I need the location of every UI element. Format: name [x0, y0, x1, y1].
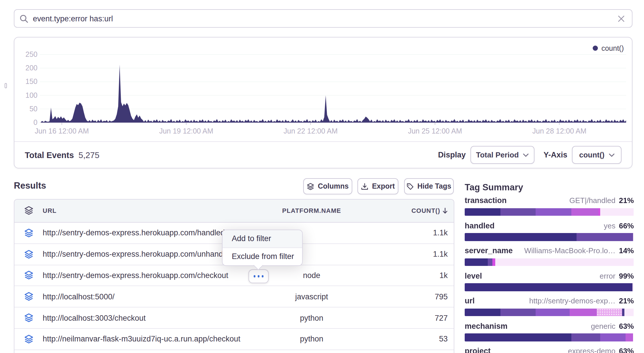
tag-bar-segment[interactable] [626, 333, 633, 341]
chart-legend[interactable]: count() [593, 44, 624, 52]
column-header-count[interactable]: COUNT() [411, 207, 448, 214]
cell-actions-menu: Add to filter Exclude from filter [222, 230, 302, 266]
tag-bar-segment[interactable] [495, 258, 634, 266]
url-cell[interactable]: http://neilmanvar-flask-m3uuizd7iq-uc.a.… [43, 335, 240, 343]
tag-percent: 99% [619, 271, 634, 280]
table-row[interactable]: http://localhost:5000/ javascript 795 [14, 286, 453, 308]
tag-bar-segment[interactable] [633, 233, 634, 241]
stack-icon [307, 183, 315, 190]
tag-icon [406, 183, 414, 190]
y-axis-tick-label: 100 [25, 91, 37, 99]
tag-distribution-bar[interactable] [465, 333, 634, 341]
download-icon [361, 183, 368, 190]
export-button[interactable]: Export [357, 178, 398, 194]
sidebar-resize-handle[interactable] [4, 83, 7, 88]
x-axis-tick-label: Jun 19 12:00 AM [159, 127, 213, 135]
tag-head: project express-demo 63% [465, 347, 634, 353]
count-cell[interactable]: 727 [435, 313, 448, 322]
columns-button[interactable]: Columns [303, 178, 352, 194]
count-cell[interactable]: 53 [439, 335, 448, 343]
count-cell[interactable]: 1k [439, 271, 448, 280]
url-cell[interactable]: http://localhost:3003/checkout [43, 313, 146, 322]
tag-summary: Tag Summary transaction GET|/handled 21%… [465, 182, 634, 353]
platform-cell[interactable]: node [256, 271, 367, 280]
search-input[interactable] [33, 14, 617, 23]
cell-actions-button[interactable] [248, 269, 269, 283]
tag-entry: server_name Williams-MacBook-Pro.lo… 14% [465, 246, 634, 266]
platform-cell[interactable]: python [256, 313, 367, 322]
tag-value: http://sentry-demos-exp… [529, 296, 615, 305]
search-bar[interactable] [14, 10, 632, 28]
platform-cell[interactable]: javascript [256, 292, 367, 301]
events-area-chart[interactable]: 250200150100500Jun 16 12:00 AMJun 19 12:… [14, 37, 632, 141]
tag-bar-segment[interactable] [570, 308, 597, 316]
events-chart-panel: 250200150100500Jun 16 12:00 AMJun 19 12:… [14, 37, 632, 169]
column-header-url[interactable]: URL [43, 207, 57, 214]
tag-bar-segment[interactable] [622, 308, 625, 316]
clear-search-icon[interactable] [617, 15, 625, 22]
total-events-label: Total Events [25, 150, 74, 159]
url-cell[interactable]: http://sentry-demos-express.herokuapp.co… [43, 271, 228, 280]
tag-bar-segment[interactable] [576, 233, 633, 241]
tag-percent: 66% [619, 221, 634, 230]
tag-bar-segment[interactable] [500, 308, 536, 316]
results-table: URL PLATFORM.NAME COUNT() http://sentry-… [14, 199, 454, 353]
url-cell[interactable]: http://localhost:5000/ [43, 292, 114, 301]
results-heading: Results [14, 181, 46, 191]
tag-bar-segment[interactable] [487, 258, 493, 266]
menu-item-add-to-filter[interactable]: Add to filter [223, 230, 302, 248]
url-cell[interactable]: http://sentry-demos-express.herokuapp.co… [43, 229, 225, 237]
menu-item-exclude-from-filter[interactable]: Exclude from filter [223, 248, 302, 265]
stack-icon[interactable] [24, 206, 33, 215]
count-cell[interactable]: 1.1k [433, 250, 448, 258]
column-header-platform[interactable]: PLATFORM.NAME [256, 207, 367, 214]
tag-distribution-bar[interactable] [465, 308, 634, 316]
tag-bar-segment[interactable] [465, 233, 576, 241]
tag-head: url http://sentry-demos-exp… 21% [465, 296, 634, 307]
tag-bar-segment[interactable] [465, 283, 632, 291]
legend-label: count() [601, 44, 624, 52]
tag-distribution-bar[interactable] [465, 208, 634, 216]
chart-footer: Total Events 5,275 Display Total Period … [14, 141, 632, 168]
tag-bar-segment[interactable] [632, 283, 634, 291]
platform-cell[interactable]: python [256, 335, 367, 343]
table-row[interactable]: http://neilmanvar-flask-m3uuizd7iq-uc.a.… [14, 329, 453, 350]
tag-entry: mechanism generic 63% [465, 322, 634, 341]
tag-bar-segment[interactable] [500, 208, 536, 216]
tag-bar-segment[interactable] [571, 208, 598, 216]
chevron-down-icon [609, 153, 614, 157]
count-cell[interactable]: 1.1k [433, 229, 448, 237]
tag-bar-segment[interactable] [536, 308, 570, 316]
legend-dot [593, 46, 598, 51]
tag-value: GET|/handled [569, 196, 615, 205]
tag-distribution-bar[interactable] [465, 283, 634, 291]
tag-distribution-bar[interactable] [465, 233, 634, 241]
tag-distribution-bar[interactable] [465, 258, 634, 266]
table-row[interactable]: http://sentry-demos-express.herokuapp.co… [14, 265, 453, 286]
tag-value: yes [604, 221, 615, 230]
tag-bar-segment[interactable] [600, 333, 626, 341]
url-cell[interactable]: http://sentry-demos-express.herokuapp.co… [43, 250, 234, 258]
hide-tags-button[interactable]: Hide Tags [404, 178, 453, 194]
table-row[interactable]: http://localhost:3003/checkout python 72… [14, 307, 453, 329]
tag-bar-segment[interactable] [465, 333, 571, 341]
display-select[interactable]: Total Period [470, 146, 534, 164]
tag-bar-segment[interactable] [625, 308, 634, 316]
tag-entry: handled yes 66% [465, 221, 634, 241]
tag-value: generic [591, 322, 615, 330]
tag-bar-segment[interactable] [571, 333, 600, 341]
tag-bar-segment[interactable] [465, 308, 500, 316]
tag-percent: 63% [619, 322, 634, 330]
tag-bar-segment[interactable] [536, 208, 571, 216]
tag-name: transaction [465, 196, 507, 205]
table-header: URL PLATFORM.NAME COUNT() [14, 199, 453, 223]
y-axis-select[interactable]: count() [572, 146, 622, 164]
tag-bar-segment[interactable] [600, 208, 634, 216]
tag-bar-segment[interactable] [493, 258, 495, 266]
count-cell[interactable]: 795 [435, 292, 448, 301]
tag-bar-segment[interactable] [465, 208, 500, 216]
tag-bar-segment[interactable] [465, 258, 487, 266]
tag-bar-segment[interactable] [597, 308, 622, 316]
tag-value: Williams-MacBook-Pro.lo… [524, 246, 615, 255]
tag-entry: project express-demo 63% [465, 347, 634, 353]
